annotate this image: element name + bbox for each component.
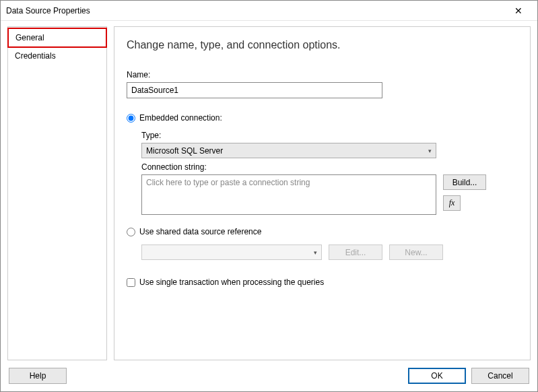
- embedded-radio-label: Embedded connection:: [139, 113, 222, 123]
- embedded-radio-row: Embedded connection:: [127, 113, 518, 123]
- shared-select: ▾: [141, 244, 322, 260]
- shared-radio-label: Use shared data source reference: [139, 227, 261, 236]
- page-heading: Change name, type, and connection option…: [127, 39, 518, 51]
- dialog-body: General Credentials Change name, type, a…: [1, 21, 537, 364]
- single-transaction-checkbox[interactable]: [127, 278, 135, 287]
- expression-button[interactable]: fx: [443, 195, 461, 211]
- help-button[interactable]: Help: [9, 368, 67, 384]
- shared-radio-row: Use shared data source reference: [127, 227, 518, 236]
- sidebar-item-credentials[interactable]: Credentials: [8, 47, 106, 65]
- window-title: Data Source Properties: [6, 6, 505, 15]
- new-button: New...: [389, 244, 443, 260]
- type-label: Type:: [141, 131, 518, 140]
- chevron-down-icon: ▾: [314, 249, 317, 256]
- name-input[interactable]: [127, 82, 382, 98]
- close-button[interactable]: ✕: [505, 1, 532, 20]
- close-icon: ✕: [514, 5, 523, 16]
- sidebar-item-label: Credentials: [15, 51, 56, 61]
- dialog-footer: Help OK Cancel: [1, 364, 537, 391]
- name-label: Name:: [127, 70, 518, 79]
- build-button[interactable]: Build...: [443, 174, 486, 190]
- dialog-window: Data Source Properties ✕ General Credent…: [0, 0, 538, 392]
- sidebar: General Credentials: [7, 26, 107, 360]
- content-panel: Change name, type, and connection option…: [114, 26, 531, 360]
- type-select[interactable]: Microsoft SQL Server ▾: [141, 143, 436, 158]
- shared-radio[interactable]: [127, 228, 135, 236]
- cancel-button[interactable]: Cancel: [471, 368, 529, 384]
- edit-button: Edit...: [329, 244, 382, 260]
- type-select-value: Microsoft SQL Server: [146, 146, 223, 156]
- embedded-block: Type: Microsoft SQL Server ▾ Connection …: [141, 127, 518, 215]
- titlebar: Data Source Properties ✕: [1, 1, 537, 21]
- connection-string-label: Connection string:: [141, 162, 518, 172]
- shared-block: ▾ Edit... New...: [141, 244, 518, 260]
- single-transaction-row: Use single transaction when processing t…: [127, 277, 518, 287]
- sidebar-item-label: General: [15, 33, 44, 42]
- sidebar-item-general[interactable]: General: [7, 28, 107, 48]
- single-transaction-label: Use single transaction when processing t…: [139, 277, 324, 287]
- embedded-radio[interactable]: [127, 114, 135, 123]
- connection-string-input[interactable]: [141, 174, 436, 215]
- ok-button[interactable]: OK: [408, 368, 466, 384]
- chevron-down-icon: ▾: [428, 148, 432, 154]
